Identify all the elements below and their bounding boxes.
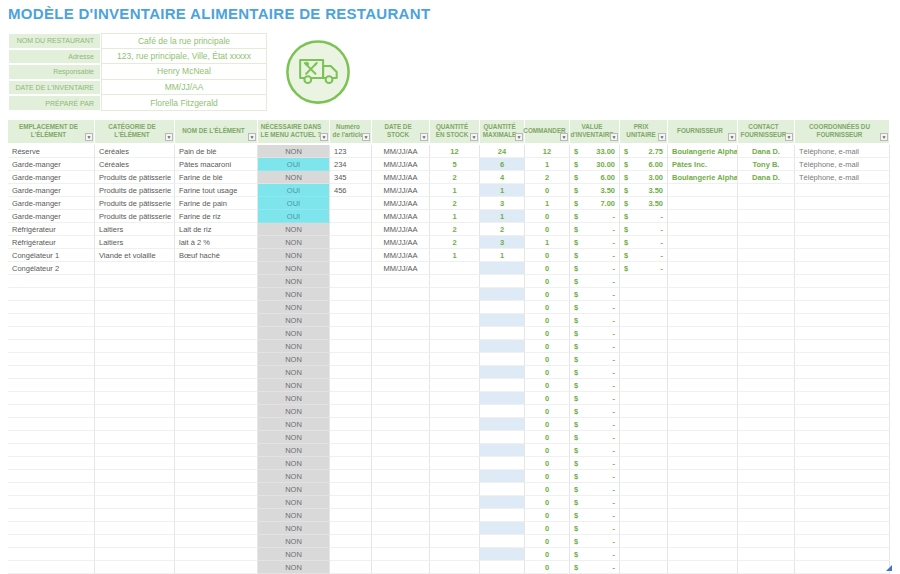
cell-commander[interactable]: 2 — [525, 171, 570, 184]
cell-menu[interactable]: NON — [258, 470, 330, 483]
cell-stock[interactable]: 12 — [430, 145, 480, 158]
cell-valeur[interactable]: $- — [570, 223, 620, 236]
filter-dropdown-icon[interactable]: ▼ — [320, 133, 328, 141]
cell-fournisseur[interactable] — [668, 262, 738, 275]
cell-emplacement[interactable]: Garde-manger — [8, 171, 95, 184]
cell-commander[interactable]: 0 — [525, 210, 570, 223]
cell-commander[interactable]: 0 — [525, 405, 570, 418]
cell-numero[interactable] — [330, 327, 372, 340]
cell-nom[interactable]: Lait de riz — [175, 223, 258, 236]
cell-stock[interactable]: 2 — [430, 197, 480, 210]
cell-prix[interactable] — [620, 548, 668, 561]
cell-fournisseur[interactable] — [668, 275, 738, 288]
filter-dropdown-icon[interactable]: ▼ — [420, 133, 428, 141]
cell-emplacement[interactable]: Garde-manger — [8, 197, 95, 210]
cell-contact[interactable] — [738, 210, 795, 223]
cell-nom[interactable] — [175, 470, 258, 483]
cell-menu[interactable]: NON — [258, 418, 330, 431]
cell-max[interactable] — [480, 262, 525, 275]
cell-nom[interactable]: Pâtes macaroni — [175, 158, 258, 171]
cell-commander[interactable]: 0 — [525, 548, 570, 561]
cell-commander[interactable]: 0 — [525, 366, 570, 379]
cell-commander[interactable]: 0 — [525, 301, 570, 314]
cell-prix[interactable] — [620, 535, 668, 548]
column-header-commander[interactable]: COMMANDER▼ — [525, 120, 570, 145]
cell-categorie[interactable] — [95, 288, 175, 301]
cell-categorie[interactable] — [95, 431, 175, 444]
cell-categorie[interactable] — [95, 353, 175, 366]
cell-coordonnees[interactable] — [795, 431, 890, 444]
cell-coordonnees[interactable] — [795, 301, 890, 314]
cell-emplacement[interactable] — [8, 275, 95, 288]
column-header-coordonnees[interactable]: COORDONNÉES DU FOURNISSEUR▼ — [795, 120, 890, 145]
cell-fournisseur[interactable]: Boulangerie Alpha — [668, 145, 738, 158]
cell-numero[interactable] — [330, 548, 372, 561]
cell-categorie[interactable] — [95, 496, 175, 509]
filter-dropdown-icon[interactable]: ▼ — [470, 133, 478, 141]
cell-coordonnees[interactable] — [795, 262, 890, 275]
cell-numero[interactable] — [330, 301, 372, 314]
info-value-cell[interactable]: Florella Fitzgerald — [101, 95, 267, 111]
info-value-cell[interactable]: MM/JJ/AA — [101, 80, 267, 96]
cell-prix[interactable]: $2.75 — [620, 145, 668, 158]
cell-prix[interactable]: $- — [620, 236, 668, 249]
cell-menu[interactable]: NON — [258, 535, 330, 548]
cell-categorie[interactable] — [95, 561, 175, 574]
cell-fournisseur[interactable] — [668, 483, 738, 496]
cell-fournisseur[interactable] — [668, 301, 738, 314]
cell-date[interactable]: MM/JJ/AA — [372, 210, 430, 223]
cell-emplacement[interactable]: Garde-manger — [8, 210, 95, 223]
cell-numero[interactable] — [330, 262, 372, 275]
cell-prix[interactable] — [620, 431, 668, 444]
cell-fournisseur[interactable] — [668, 327, 738, 340]
cell-commander[interactable]: 0 — [525, 288, 570, 301]
cell-fournisseur[interactable]: Boulangerie Alpha — [668, 171, 738, 184]
cell-emplacement[interactable] — [8, 392, 95, 405]
cell-contact[interactable] — [738, 457, 795, 470]
cell-fournisseur[interactable] — [668, 392, 738, 405]
cell-stock[interactable]: 5 — [430, 158, 480, 171]
cell-date[interactable] — [372, 535, 430, 548]
cell-menu[interactable]: NON — [258, 431, 330, 444]
cell-categorie[interactable] — [95, 327, 175, 340]
cell-stock[interactable]: 2 — [430, 171, 480, 184]
cell-emplacement[interactable] — [8, 353, 95, 366]
cell-date[interactable] — [372, 275, 430, 288]
cell-contact[interactable] — [738, 548, 795, 561]
cell-prix[interactable]: $- — [620, 210, 668, 223]
cell-categorie[interactable] — [95, 301, 175, 314]
cell-coordonnees[interactable] — [795, 223, 890, 236]
cell-valeur[interactable]: $- — [570, 327, 620, 340]
cell-valeur[interactable]: $- — [570, 288, 620, 301]
cell-nom[interactable] — [175, 392, 258, 405]
cell-nom[interactable] — [175, 366, 258, 379]
cell-date[interactable]: MM/JJ/AA — [372, 145, 430, 158]
cell-commander[interactable]: 0 — [525, 340, 570, 353]
cell-categorie[interactable]: Laitiers — [95, 236, 175, 249]
cell-valeur[interactable]: $- — [570, 418, 620, 431]
cell-emplacement[interactable] — [8, 314, 95, 327]
cell-valeur[interactable]: $- — [570, 405, 620, 418]
cell-commander[interactable]: 1 — [525, 197, 570, 210]
cell-date[interactable] — [372, 444, 430, 457]
cell-coordonnees[interactable] — [795, 483, 890, 496]
cell-menu[interactable]: NON — [258, 509, 330, 522]
cell-menu[interactable]: NON — [258, 327, 330, 340]
cell-prix[interactable] — [620, 379, 668, 392]
cell-fournisseur[interactable] — [668, 470, 738, 483]
cell-numero[interactable] — [330, 275, 372, 288]
cell-date[interactable]: MM/JJ/AA — [372, 184, 430, 197]
cell-emplacement[interactable] — [8, 509, 95, 522]
filter-dropdown-icon[interactable]: ▼ — [248, 133, 256, 141]
cell-contact[interactable] — [738, 431, 795, 444]
cell-coordonnees[interactable] — [795, 522, 890, 535]
cell-coordonnees[interactable] — [795, 210, 890, 223]
cell-emplacement[interactable]: Congélateur 2 — [8, 262, 95, 275]
cell-coordonnees[interactable] — [795, 561, 890, 574]
cell-stock[interactable] — [430, 561, 480, 574]
cell-valeur[interactable]: $- — [570, 236, 620, 249]
cell-nom[interactable] — [175, 431, 258, 444]
cell-prix[interactable] — [620, 301, 668, 314]
cell-numero[interactable] — [330, 223, 372, 236]
cell-stock[interactable] — [430, 483, 480, 496]
